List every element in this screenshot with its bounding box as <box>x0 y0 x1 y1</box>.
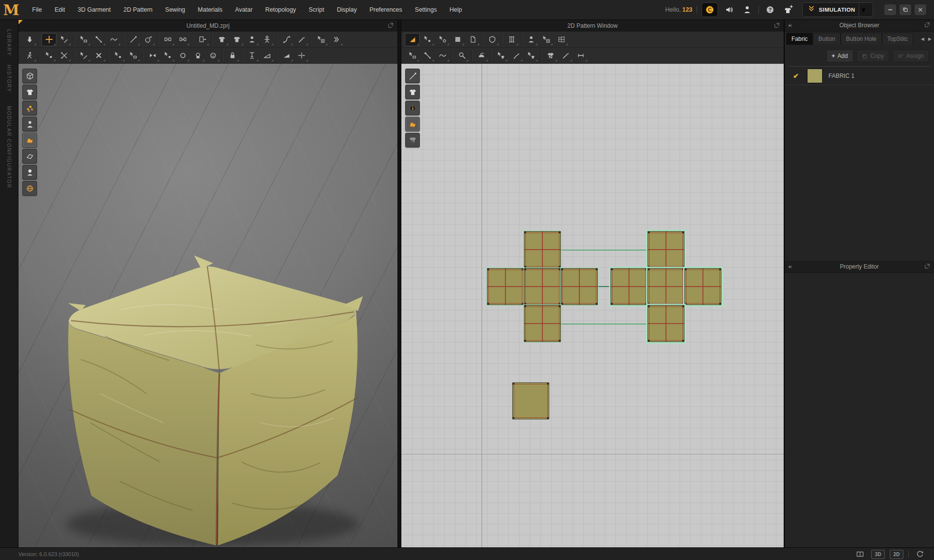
check-sew-2d-icon[interactable] <box>454 49 469 62</box>
copy-button[interactable]: Copy <box>856 50 889 62</box>
fabric-item[interactable]: ✔FABRIC 1 <box>785 67 934 85</box>
edit-pattern-icon[interactable] <box>420 33 435 46</box>
speaker-icon[interactable] <box>722 3 736 16</box>
viewport-3d[interactable] <box>18 64 397 548</box>
select-move-icon[interactable] <box>41 33 56 46</box>
avatar-2d-icon[interactable] <box>523 33 539 46</box>
select-stitch-icon[interactable] <box>110 49 126 62</box>
wedge-b-icon[interactable] <box>279 49 294 62</box>
select-button-icon[interactable] <box>160 49 175 62</box>
dart-icon[interactable] <box>485 33 500 46</box>
show-pins-icon[interactable] <box>22 101 37 115</box>
free-sew-2d-icon[interactable] <box>420 49 435 62</box>
steam-iron-icon[interactable] <box>474 49 489 62</box>
simulate-icon[interactable] <box>22 33 37 46</box>
collapse-corner-icon[interactable] <box>18 20 23 24</box>
attach-tape-icon[interactable] <box>56 49 72 62</box>
pattern-piece-cross-1[interactable] <box>487 268 524 305</box>
view-2d-button[interactable]: 2D <box>890 550 903 559</box>
add-avatar-icon[interactable] <box>781 3 795 16</box>
panel-arrow-icon[interactable] <box>788 22 794 31</box>
emoticon-icon[interactable] <box>205 49 220 62</box>
pattern-piece-cross-2[interactable] <box>684 268 721 305</box>
titlebar-2d[interactable]: 2D Pattern Window <box>401 20 784 32</box>
help-icon[interactable]: ? <box>763 3 777 16</box>
mn-sew-2d-icon[interactable] <box>435 49 450 62</box>
menu-item-settings[interactable]: Settings <box>410 3 442 16</box>
fabric-swatch[interactable] <box>807 69 823 83</box>
walk-avatar-icon[interactable] <box>22 49 37 62</box>
select-mesh-icon[interactable] <box>56 33 72 46</box>
menu-item-retopology[interactable]: Retopology <box>260 3 301 16</box>
fabric-check-icon[interactable]: ✔ <box>785 72 807 80</box>
show-avatar-toggle-icon[interactable] <box>22 117 37 131</box>
account-icon[interactable] <box>740 3 754 16</box>
tab-scroll-left-icon[interactable]: ◀ <box>919 34 926 44</box>
add-polygon-icon[interactable] <box>465 33 480 46</box>
split-view-button[interactable] <box>854 550 866 559</box>
show-grid-2d-icon[interactable] <box>554 33 569 46</box>
show-seam-2d-icon[interactable] <box>405 69 420 83</box>
pattern-piece-cross-1[interactable] <box>524 268 561 305</box>
expand-2d-icon[interactable] <box>773 22 781 29</box>
menu-item-2d-pattern[interactable]: 2D Pattern <box>119 3 158 16</box>
detach-tape-icon[interactable] <box>76 49 91 62</box>
attach-pin-icon[interactable] <box>76 33 91 46</box>
segment-sew-2d-icon[interactable] <box>405 49 420 62</box>
rail-tab-modular-configurator[interactable]: MODULAR CONFIGURATOR <box>6 106 12 189</box>
menu-item-avatar[interactable]: Avatar <box>230 3 257 16</box>
unfold-garment-icon[interactable] <box>229 33 244 46</box>
show-avatar-icon[interactable] <box>244 33 259 46</box>
pattern-piece-cross-1[interactable] <box>524 231 561 268</box>
titlebar-3d[interactable]: Untitled_MD.zprj <box>18 20 397 32</box>
measure-line-icon[interactable] <box>558 49 573 62</box>
pattern-piece-square[interactable] <box>512 382 549 419</box>
pin-segment-icon[interactable] <box>91 33 106 46</box>
tab-scroll-right-icon[interactable]: ▶ <box>927 34 933 44</box>
menu-item-sewing[interactable]: Sewing <box>161 3 190 16</box>
edit-stitch-icon[interactable] <box>126 49 141 62</box>
buttonhole-icon[interactable] <box>190 49 205 62</box>
menu-item-help[interactable]: Help <box>445 3 467 16</box>
menu-item-materials[interactable]: Materials <box>193 3 228 16</box>
tab-button[interactable]: Button <box>813 33 841 45</box>
show-3d-box-icon[interactable] <box>22 69 37 83</box>
bow-tack-icon[interactable] <box>145 49 160 62</box>
transform-pattern-icon[interactable] <box>405 33 420 46</box>
pattern-piece-cross-2[interactable] <box>647 231 684 268</box>
coin-badge-icon[interactable]: C <box>701 2 718 17</box>
app-logo[interactable]: M <box>0 0 22 19</box>
expand-3d-icon[interactable] <box>387 22 395 29</box>
show-head-icon[interactable] <box>22 165 37 180</box>
expand-object-browser-icon[interactable] <box>924 21 931 29</box>
pattern-piece-cross-2[interactable] <box>611 268 647 305</box>
checker-pattern-icon[interactable] <box>543 49 558 62</box>
show-garment-2d-icon[interactable] <box>405 85 420 99</box>
pattern-piece-cross-2[interactable] <box>647 305 684 342</box>
add-rectangle-icon[interactable] <box>450 33 465 46</box>
show-garment-icon[interactable] <box>22 85 37 99</box>
menu-item-3d-garment[interactable]: 3D Garment <box>73 3 116 16</box>
expand-property-editor-icon[interactable] <box>924 263 931 270</box>
pin-curve-icon[interactable] <box>106 33 121 46</box>
assign-button[interactable]: Assign <box>892 50 929 62</box>
sewing-line[interactable] <box>561 324 647 325</box>
refresh-button[interactable] <box>914 550 926 559</box>
pouf-cushion-3d[interactable] <box>47 189 368 548</box>
pleats-icon[interactable] <box>504 33 519 46</box>
menu-item-file[interactable]: File <box>27 3 47 16</box>
restore-button[interactable] <box>899 4 911 15</box>
lock-garment-2d-icon[interactable] <box>405 133 420 147</box>
rail-tab-library[interactable]: LIBRARY <box>6 29 12 56</box>
needle-icon[interactable] <box>126 33 141 46</box>
select-garment-2d-icon[interactable] <box>493 49 508 62</box>
property-editor-header[interactable]: Property Editor <box>785 261 934 273</box>
toolbar-overflow-icon[interactable] <box>328 33 343 46</box>
edit-texture-icon[interactable] <box>508 49 523 62</box>
mannequin-stand-icon[interactable] <box>244 49 259 62</box>
pencil-3d-icon[interactable] <box>294 33 309 46</box>
minimize-button[interactable] <box>884 4 896 15</box>
object-browser-header[interactable]: Object Browser <box>785 19 934 32</box>
sew-segment-icon[interactable] <box>175 33 190 46</box>
pattern-piece-cross-2[interactable] <box>647 268 684 305</box>
